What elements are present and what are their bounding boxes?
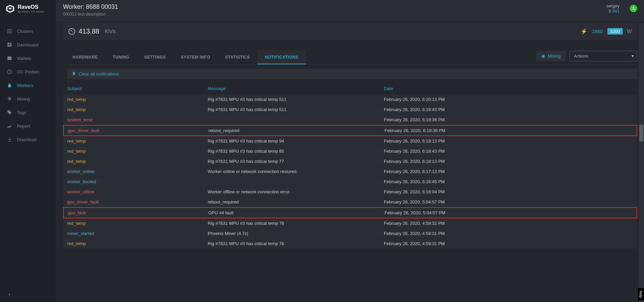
table-row[interactable]: gpu_driver_faultreboot_requiredFebruary …	[63, 125, 637, 136]
gear-icon	[7, 96, 12, 102]
row-message: Rig #7631 MPU #3 has critical temp 511	[208, 107, 384, 112]
table-row[interactable]: red_tempRig #7631 MPU #3 has critical te…	[63, 156, 637, 167]
row-subject: system_error	[67, 117, 208, 122]
row-subject: worker_online	[67, 169, 208, 174]
sidebar-item-download[interactable]: Download	[0, 133, 56, 146]
row-message: reboot_required	[208, 199, 384, 204]
row-date: February 26, 2020, 6:16:04 PM	[384, 189, 633, 194]
row-message: Rig #7631 MPU #3 has critical temp 94	[208, 138, 384, 144]
sidebar-item-oc-profiles[interactable]: OC Profiles	[0, 65, 56, 79]
table-row[interactable]: worker_onlineWorker online or network co…	[63, 167, 637, 177]
row-message: Phoenix Miner (4.7c)	[208, 231, 384, 236]
help-tab[interactable]: help	[638, 288, 644, 301]
tabs-row: HARDWARETUNINGSETTINGSSYSTEM INFOSTATIST…	[63, 50, 637, 65]
table-row[interactable]: gpu_driver_faultreboot_requiredFebruary …	[63, 197, 637, 207]
brand-tagline: By Miners. For Miners	[18, 10, 44, 13]
mining-button[interactable]: ◉ Mining	[536, 51, 566, 61]
table-row[interactable]: gpu_faultGPU #4 faultFebruary 26, 2020, …	[63, 207, 637, 218]
sidebar-item-wallets[interactable]: Wallets	[0, 51, 56, 65]
row-subject: gpu_fault	[68, 210, 208, 215]
sidebar-item-label: OC Profiles	[17, 69, 39, 74]
worker-title: Worker: 8688 00031	[63, 3, 118, 10]
table-row[interactable]: red_tempRig #7631 MPU #3 has critical te…	[63, 239, 637, 249]
row-subject: miner_started	[67, 231, 208, 236]
table-header: Subject Message Date	[63, 83, 637, 94]
table-row[interactable]: red_tempRig #7631 MPU #3 has critical te…	[63, 105, 637, 115]
table-row[interactable]: red_tempRig #7631 MPU #3 has critical te…	[63, 146, 637, 156]
tab-hardware[interactable]: HARDWARE	[63, 50, 105, 64]
download-icon	[7, 137, 12, 142]
row-message: reboot_required	[208, 128, 385, 133]
sidebar-item-tags[interactable]: Tags	[0, 106, 56, 119]
table-row[interactable]: red_tempRig #7631 MPU #3 has critical te…	[63, 136, 637, 146]
mining-icon: ◉	[541, 53, 545, 59]
col-message[interactable]: Message	[208, 86, 384, 91]
hashrate-value: 413.88	[79, 27, 99, 35]
sidebar-item-label: Mining	[17, 96, 30, 102]
row-subject: red_temp	[67, 107, 208, 112]
table-row[interactable]: worker_bootedFebruary 26, 2020, 6:16:45 …	[63, 177, 637, 187]
row-date: February 26, 2020, 6:18:43 PM	[384, 149, 633, 154]
row-date: February 26, 2020, 6:19:13 PM	[384, 138, 633, 144]
sidebar-item-label: Tags	[17, 110, 26, 115]
tab-tuning[interactable]: TUNING	[105, 50, 137, 64]
tag-icon	[7, 110, 12, 115]
row-date: February 26, 2020, 6:16:45 PM	[384, 179, 633, 184]
notification-badge[interactable]: 1	[630, 5, 637, 12]
sidebar-item-label: Workers	[17, 83, 33, 88]
row-message: GPU #4 fault	[208, 210, 385, 215]
table-row[interactable]: miner_startedPhoenix Miner (4.7c)Februar…	[63, 229, 637, 239]
dashboard-icon	[7, 42, 12, 47]
row-message: Rig #7631 MPU #3 has critical temp 76	[208, 221, 384, 226]
hashrate-bar: ⛏ 413.88 Kh/s ⚡ 2460 1000 W	[63, 23, 637, 40]
scrollbar[interactable]	[639, 23, 644, 302]
brand-name: RaveOS	[18, 4, 44, 10]
row-date: February 26, 2020, 6:20:13 PM	[384, 97, 633, 102]
sidebar-item-report[interactable]: Report	[0, 119, 56, 133]
tab-system-info[interactable]: SYSTEM INFO	[173, 50, 218, 64]
user-name[interactable]: sergey	[606, 3, 620, 8]
table-row[interactable]: worker_offlineWorker offline or network …	[63, 187, 637, 197]
sidebar-item-label: Report	[17, 124, 30, 129]
table-row[interactable]: red_tempRig #7631 MPU #3 has critical te…	[63, 94, 637, 105]
row-message: Worker offline or network connection err…	[208, 189, 384, 194]
row-subject: worker_booted	[67, 179, 208, 184]
row-subject: red_temp	[67, 241, 208, 246]
row-date: February 26, 2020, 4:59:31 PM	[384, 231, 633, 236]
sidebar-item-mining[interactable]: Mining	[0, 92, 56, 106]
wallet-icon	[7, 56, 12, 61]
table-row[interactable]: red_tempRig #7631 MPU #3 has critical te…	[63, 218, 637, 229]
user-balance[interactable]: $ 991	[608, 8, 620, 14]
sidebar-item-clusters[interactable]: Clusters	[0, 24, 56, 38]
drop-icon	[7, 83, 12, 88]
clear-notifications-button[interactable]: Clear all notifications	[67, 69, 637, 79]
actions-select[interactable]: Actions	[569, 51, 637, 61]
row-subject: red_temp	[67, 138, 208, 144]
sidebar-item-label: Clusters	[17, 29, 33, 34]
sidebar-item-dashboard[interactable]: Dashboard	[0, 38, 56, 51]
row-date: February 26, 2020, 6:19:36 PM	[384, 117, 633, 122]
logo[interactable]: RaveOS By Miners. For Miners	[0, 0, 56, 18]
row-subject: worker_offline	[67, 189, 208, 194]
row-subject: red_temp	[67, 149, 208, 154]
clock-icon	[7, 69, 12, 74]
row-message: Rig #7631 MPU #3 has critical temp 511	[208, 97, 384, 102]
col-subject[interactable]: Subject	[67, 86, 208, 91]
sidebar-item-workers[interactable]: Workers	[0, 79, 56, 92]
row-subject: gpu_driver_fault	[68, 128, 208, 133]
worker-description: 000312-test-description	[63, 12, 118, 17]
row-subject: red_temp	[67, 221, 208, 226]
row-date: February 26, 2020, 5:04:57 PM	[384, 199, 633, 204]
table-row[interactable]: system_errorFebruary 26, 2020, 6:19:36 P…	[63, 115, 637, 125]
sidebar-collapse-button[interactable]	[0, 288, 56, 302]
tab-settings[interactable]: SETTINGS	[137, 50, 173, 64]
logo-icon	[5, 4, 15, 14]
hashrate-unit: Kh/s	[105, 28, 116, 35]
grid-icon	[7, 28, 12, 34]
col-date[interactable]: Date	[384, 86, 633, 91]
tab-notifications[interactable]: NOTIFICATIONS	[257, 50, 306, 64]
scrollbar-thumb[interactable]	[639, 125, 643, 142]
tab-statistics[interactable]: STATISTICS	[218, 50, 257, 64]
row-date: February 26, 2020, 4:59:32 PM	[384, 221, 633, 226]
trash-icon	[72, 71, 76, 77]
